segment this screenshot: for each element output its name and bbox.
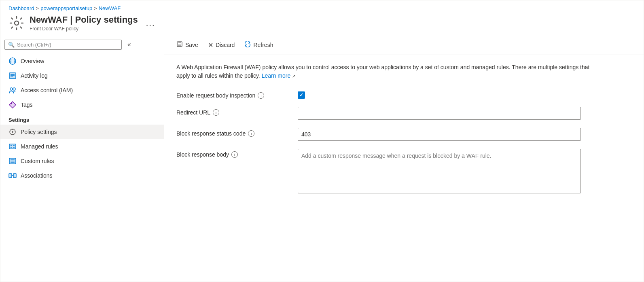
form-row-block-body: Block response body i bbox=[176, 149, 631, 195]
sidebar-item-tags-label: Tags bbox=[21, 102, 33, 108]
block-body-textarea[interactable] bbox=[298, 149, 581, 193]
sidebar-item-overview-label: Overview bbox=[21, 58, 44, 64]
sidebar-item-activity-log[interactable]: Activity log bbox=[0, 68, 164, 83]
request-body-label-text: Enable request body inspection bbox=[176, 92, 255, 99]
app-container: Dashboard > powerappsportalsetup > NewWA… bbox=[0, 0, 644, 282]
redirect-url-label-text: Redirect URL bbox=[176, 109, 210, 116]
block-status-info-icon[interactable]: i bbox=[248, 130, 254, 137]
block-status-input[interactable] bbox=[298, 128, 581, 141]
header: Dashboard > powerappsportalsetup > NewWA… bbox=[0, 0, 644, 35]
request-body-control bbox=[298, 90, 581, 99]
save-icon bbox=[176, 41, 183, 49]
form-row-redirect-url: Redirect URL i bbox=[176, 107, 631, 120]
sidebar-item-custom-rules-label: Custom rules bbox=[21, 158, 54, 164]
svg-point-12 bbox=[13, 88, 15, 90]
refresh-label: Refresh bbox=[253, 42, 273, 48]
ellipsis-button[interactable]: ... bbox=[146, 19, 155, 28]
svg-point-11 bbox=[10, 88, 13, 90]
sidebar-item-activity-log-label: Activity log bbox=[21, 72, 48, 79]
svg-rect-34 bbox=[178, 45, 181, 47]
sidebar-item-overview[interactable]: Overview bbox=[0, 54, 164, 68]
sidebar-item-iam[interactable]: Access control (IAM) bbox=[0, 83, 164, 98]
search-icon: 🔍 bbox=[8, 42, 15, 48]
svg-point-13 bbox=[11, 103, 12, 104]
overview-icon bbox=[8, 57, 17, 65]
main-layout: 🔍 « Overview bbox=[0, 35, 644, 282]
svg-rect-6 bbox=[11, 58, 14, 64]
learn-more-link[interactable]: Learn more bbox=[262, 72, 291, 79]
page-subtitle: Front Door WAF policy bbox=[30, 26, 138, 32]
form-row-block-status: Block response status code i bbox=[176, 128, 631, 141]
request-body-checkbox[interactable] bbox=[298, 91, 305, 99]
block-body-label: Block response body i bbox=[176, 149, 290, 158]
content-area: Save ✕ Discard Refresh bbox=[164, 35, 644, 282]
svg-rect-29 bbox=[9, 174, 12, 178]
sidebar-item-associations-label: Associations bbox=[21, 172, 53, 179]
redirect-url-input[interactable] bbox=[298, 107, 581, 120]
redirect-url-info-icon[interactable]: i bbox=[213, 109, 219, 116]
breadcrumb-portal[interactable]: powerappsportalsetup bbox=[40, 5, 92, 11]
sidebar-item-associations[interactable]: Associations bbox=[0, 168, 164, 183]
associations-icon bbox=[8, 172, 17, 180]
breadcrumb-sep-1: > bbox=[36, 5, 39, 11]
title-row: NewWAF | Policy settings Front Door WAF … bbox=[8, 15, 636, 32]
form-row-request-body: Enable request body inspection i bbox=[176, 90, 631, 99]
search-row: 🔍 « bbox=[0, 39, 164, 54]
request-body-info-icon[interactable]: i bbox=[258, 92, 264, 99]
sidebar-item-policy-settings-label: Policy settings bbox=[21, 129, 57, 135]
collapse-button[interactable]: « bbox=[124, 39, 134, 50]
block-status-label-text: Block response status code bbox=[176, 130, 246, 137]
block-status-control[interactable] bbox=[298, 128, 581, 141]
sidebar-item-policy-settings[interactable]: Policy settings bbox=[0, 125, 164, 139]
redirect-url-control[interactable] bbox=[298, 107, 581, 120]
breadcrumb-waf[interactable]: NewWAF bbox=[99, 5, 121, 11]
description-text: A Web Application Firewall (WAF) policy … bbox=[176, 63, 601, 80]
breadcrumb-sep-2: > bbox=[94, 5, 97, 11]
save-button[interactable]: Save bbox=[172, 38, 202, 51]
discard-icon: ✕ bbox=[208, 41, 213, 49]
breadcrumb-dashboard[interactable]: Dashboard bbox=[8, 5, 34, 11]
request-body-label: Enable request body inspection i bbox=[176, 90, 290, 99]
managed-rules-icon bbox=[8, 142, 17, 151]
discard-button[interactable]: ✕ Discard bbox=[204, 39, 239, 51]
search-input[interactable] bbox=[17, 42, 118, 48]
svg-point-15 bbox=[12, 131, 13, 133]
gear-icon bbox=[8, 15, 25, 31]
block-body-label-text: Block response body bbox=[176, 151, 229, 158]
svg-rect-20 bbox=[9, 144, 16, 149]
page-title: NewWAF | Policy settings bbox=[30, 15, 138, 25]
sidebar-item-managed-rules-label: Managed rules bbox=[21, 143, 58, 150]
redirect-url-label: Redirect URL i bbox=[176, 107, 290, 116]
refresh-icon bbox=[244, 41, 251, 49]
iam-icon bbox=[8, 86, 17, 94]
policy-settings-icon bbox=[8, 128, 17, 136]
refresh-button[interactable]: Refresh bbox=[240, 38, 277, 51]
sidebar-item-custom-rules[interactable]: Custom rules bbox=[0, 154, 164, 168]
search-box[interactable]: 🔍 bbox=[4, 40, 122, 50]
title-text: NewWAF | Policy settings Front Door WAF … bbox=[30, 15, 138, 32]
sidebar-item-iam-label: Access control (IAM) bbox=[21, 87, 73, 93]
sidebar-item-tags[interactable]: Tags bbox=[0, 98, 164, 112]
svg-rect-30 bbox=[13, 174, 16, 178]
block-body-control[interactable] bbox=[298, 149, 581, 195]
save-label: Save bbox=[185, 42, 198, 48]
policy-content: A Web Application Firewall (WAF) policy … bbox=[164, 55, 644, 282]
custom-rules-icon bbox=[8, 157, 17, 165]
toolbar: Save ✕ Discard Refresh bbox=[164, 35, 644, 55]
svg-rect-33 bbox=[178, 42, 181, 43]
block-status-label: Block response status code i bbox=[176, 128, 290, 137]
svg-point-0 bbox=[15, 21, 19, 25]
discard-label: Discard bbox=[216, 42, 235, 48]
block-body-info-icon[interactable]: i bbox=[231, 151, 238, 158]
tags-icon bbox=[8, 101, 17, 109]
breadcrumb: Dashboard > powerappsportalsetup > NewWA… bbox=[8, 5, 636, 11]
sidebar: 🔍 « Overview bbox=[0, 35, 164, 282]
sidebar-item-managed-rules[interactable]: Managed rules bbox=[0, 139, 164, 154]
settings-section-label: Settings bbox=[0, 112, 164, 125]
activity-log-icon bbox=[8, 72, 17, 80]
external-link-icon: ↗ bbox=[292, 74, 296, 78]
